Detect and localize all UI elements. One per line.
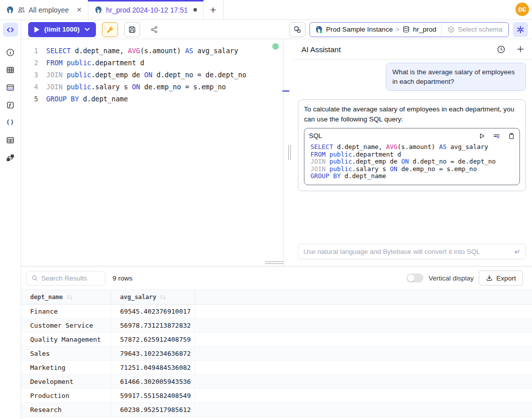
sidebar-item-parameters[interactable]: () xyxy=(3,115,18,129)
table-row[interactable]: Production59917.551582408549 xyxy=(21,389,532,403)
ai-prompt-input[interactable]: Use natural language and Bytebase will c… xyxy=(298,244,526,259)
share-icon xyxy=(150,26,158,34)
table-row[interactable]: Sales79643.102234636872 xyxy=(21,347,532,361)
table-row[interactable]: Research60238.952517985612 xyxy=(21,403,532,417)
avatar[interactable]: DE xyxy=(515,3,529,16)
cell-dept-name[interactable]: Research xyxy=(21,403,111,416)
sidebar-item-tables[interactable] xyxy=(3,63,18,77)
assistant-sql-code: SELECT d.dept_name, AVG(s.amount) AS avg… xyxy=(309,144,515,180)
code-block-language-label: SQL xyxy=(309,131,478,141)
connection-selector[interactable]: Prod Sample Instance > hr_prod Select sc… xyxy=(309,22,509,37)
query-tab-bar: All employee ✕ hr_prod 2024-10-12 17:51 … xyxy=(0,0,532,20)
cell-avg-salary[interactable]: 57872.625912408759 xyxy=(111,333,195,346)
cell-dept-name[interactable]: Customer Service xyxy=(21,319,111,332)
editor-sidebar: () xyxy=(0,20,21,419)
sidebar-item-history-tables[interactable] xyxy=(3,133,18,147)
editor-line[interactable]: 1SELECT d.dept_name, AVG(s.amount) AS av… xyxy=(21,45,283,57)
cube-icon xyxy=(448,26,455,33)
ai-assistant-title: AI Assistant xyxy=(301,45,497,54)
cell-dept-name[interactable]: Sales xyxy=(21,347,111,360)
sidebar-item-functions[interactable] xyxy=(3,98,18,112)
cell-avg-salary[interactable]: 69545.402376910017 xyxy=(111,305,195,318)
search-placeholder: Search Results xyxy=(41,274,87,282)
close-icon[interactable]: ✕ xyxy=(76,6,82,14)
schema-selector[interactable]: Select schema xyxy=(441,23,508,37)
toolbar-right-group: Prod Sample Instance > hr_prod Select sc… xyxy=(289,22,528,37)
tab-hr-prod[interactable]: hr_prod 2024-10-12 17:51 xyxy=(88,0,203,20)
cell-dept-name[interactable]: Finance xyxy=(21,305,111,318)
info-icon xyxy=(6,48,15,57)
table-row[interactable]: Development61466.302005943536 xyxy=(21,375,532,389)
history-clock-icon[interactable] xyxy=(497,45,505,54)
cell-dept-name[interactable]: Quality Management xyxy=(21,333,111,346)
sidebar-item-worksheet[interactable] xyxy=(3,23,18,37)
editor-line[interactable]: 3JOIN public.dept_emp de ON d.dept_no = … xyxy=(21,69,283,81)
sidebar-item-schema-diagram[interactable] xyxy=(3,151,18,165)
editor-line[interactable]: 4JOIN public.salary s ON de.emp_no = s.e… xyxy=(21,81,283,93)
vertical-display-toggle[interactable] xyxy=(406,273,423,283)
new-tab-button[interactable]: + xyxy=(203,0,224,20)
sql-editor-app: All employee ✕ hr_prod 2024-10-12 17:51 … xyxy=(0,0,532,419)
column-header-dept-name[interactable]: dept_name xyxy=(21,290,111,304)
ai-assistant-toggle-button[interactable] xyxy=(513,22,528,37)
ai-chat-area: What is the average salary of employees … xyxy=(294,60,532,191)
line-code: FROM public.department d xyxy=(46,57,144,69)
function-icon xyxy=(6,101,15,109)
table-row[interactable]: Customer Service56978.731213872832 xyxy=(21,319,532,333)
batch-query-button[interactable] xyxy=(289,22,305,37)
editor-line[interactable]: 5GROUP BY d.dept_name xyxy=(21,93,283,105)
cell-avg-salary[interactable]: 60238.952517985612 xyxy=(111,403,195,416)
openai-icon xyxy=(516,26,524,34)
sql-code-block: SQL SELECT d.dept_name, AVG(s.amount) AS… xyxy=(304,128,520,185)
insert-snippet-icon[interactable] xyxy=(493,132,500,140)
save-sheet-button[interactable] xyxy=(124,22,140,37)
run-limit-label: (limit 1000) xyxy=(44,26,80,33)
line-number: 1 xyxy=(21,45,46,57)
column-label: avg_salary xyxy=(120,294,156,301)
sidebar-item-info[interactable] xyxy=(3,45,18,59)
cell-dept-name[interactable]: Marketing xyxy=(21,361,111,374)
format-sql-button[interactable] xyxy=(102,22,118,37)
horizontal-splitter-handle[interactable] xyxy=(265,261,283,265)
cell-dept-name[interactable]: Development xyxy=(21,375,111,388)
save-icon xyxy=(128,26,136,34)
connection-current[interactable]: Prod Sample Instance > hr_prod xyxy=(310,26,441,34)
cell-avg-salary[interactable]: 71251.049484536082 xyxy=(111,361,195,374)
cell-filler xyxy=(195,403,532,416)
sql-editor[interactable]: 1SELECT d.dept_name, AVG(s.amount) AS av… xyxy=(21,39,284,266)
share-sheet-button[interactable] xyxy=(146,22,162,37)
editor-code-lines[interactable]: 1SELECT d.dept_name, AVG(s.amount) AS av… xyxy=(21,39,283,105)
send-return-icon[interactable] xyxy=(513,248,520,255)
table-row[interactable]: Quality Management57872.625912408759 xyxy=(21,333,532,347)
line-number: 5 xyxy=(21,93,46,105)
assistant-message-bubble: To calculate the average salary of emplo… xyxy=(298,99,526,191)
cell-avg-salary[interactable]: 56978.731213872832 xyxy=(111,319,195,332)
vertical-splitter-handle[interactable] xyxy=(285,39,294,266)
code-line: SELECT d.dept_name, AVG(s.amount) AS avg… xyxy=(310,144,515,151)
sidebar-item-sample-data[interactable] xyxy=(3,80,18,94)
copy-snippet-icon[interactable] xyxy=(508,132,515,139)
column-header-avg-salary[interactable]: avg_salary xyxy=(111,290,195,304)
table-row[interactable]: Marketing71251.049484536082 xyxy=(21,361,532,375)
database-name: hr_prod xyxy=(413,26,437,33)
cell-avg-salary[interactable]: 79643.102234636872 xyxy=(111,347,195,360)
query-results-panel: Search Results 9 rows Vertical display E… xyxy=(21,266,532,419)
new-chat-plus-icon[interactable] xyxy=(516,45,524,53)
cell-avg-salary[interactable]: 59917.551582408549 xyxy=(111,389,195,402)
sort-icon[interactable] xyxy=(160,294,166,301)
line-number: 3 xyxy=(21,69,46,81)
sort-icon[interactable] xyxy=(66,294,73,301)
editor-line[interactable]: 2FROM public.department d xyxy=(21,57,283,69)
tab-all-employee[interactable]: All employee ✕ xyxy=(0,0,88,20)
search-results-input[interactable]: Search Results xyxy=(26,271,105,286)
batch-query-icon xyxy=(293,26,301,34)
table-row[interactable]: Finance69545.402376910017 xyxy=(21,305,532,319)
line-number: 4 xyxy=(21,81,46,93)
cell-dept-name[interactable]: Production xyxy=(21,389,111,402)
table-data-icon xyxy=(6,83,15,92)
run-snippet-icon[interactable] xyxy=(478,132,485,139)
run-query-button[interactable]: (limit 1000) xyxy=(28,22,96,37)
export-button[interactable]: Export xyxy=(479,270,523,286)
database-icon xyxy=(402,26,410,33)
cell-avg-salary[interactable]: 61466.302005943536 xyxy=(111,375,195,388)
